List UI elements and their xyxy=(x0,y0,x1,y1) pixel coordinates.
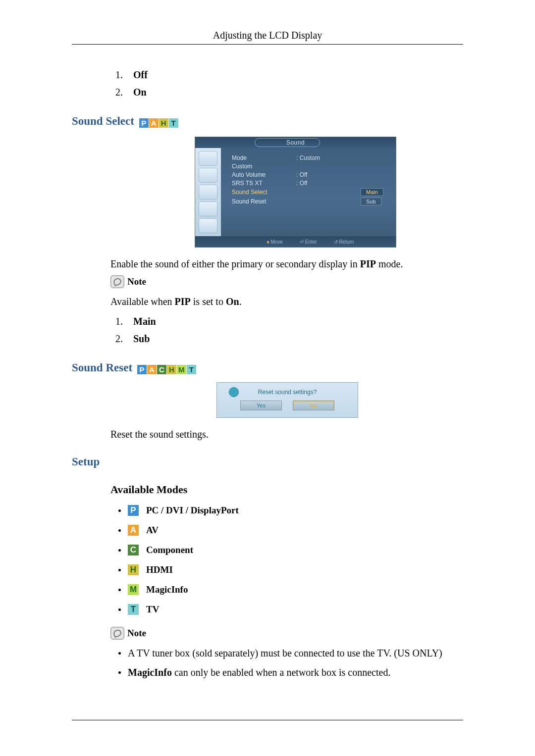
osd-row: Mode: Custom xyxy=(232,154,388,161)
heading-text: Sound Select xyxy=(72,115,134,127)
osd-footer-move: ♦ Move xyxy=(267,239,283,245)
mode-h-icon: H xyxy=(128,564,139,575)
bullet-icon xyxy=(118,509,121,512)
sound-reset-desc: Reset the sound settings. xyxy=(110,428,463,441)
mode-label: MagicInfo xyxy=(146,584,188,595)
text: mode. xyxy=(376,258,403,269)
info-icon xyxy=(229,387,239,397)
note-item: A TV tuner box (sold separately) must be… xyxy=(118,648,463,659)
list-item: Main xyxy=(125,316,463,327)
dialog-yes-button: Yes xyxy=(240,401,282,410)
bullet-icon xyxy=(118,608,121,611)
bullet-icon xyxy=(118,652,121,655)
mode-a-icon: A xyxy=(149,118,159,128)
text: Enable the sound of either the primary o… xyxy=(110,258,360,269)
heading-sound-reset: Sound Reset PACHMT xyxy=(72,361,463,374)
sound-select-options: Main Sub xyxy=(125,316,463,345)
osd-value: : Custom xyxy=(296,154,320,161)
mode-m-icon: M xyxy=(177,365,186,374)
heading-sound-select: Sound Select PAHT xyxy=(72,115,463,128)
mode-label: AV xyxy=(146,525,159,536)
mode-item-tv: TTV xyxy=(118,604,463,615)
mode-p-icon: P xyxy=(128,505,139,516)
page-header: Adjusting the LCD Display xyxy=(72,30,463,45)
osd-key: Auto Volume xyxy=(232,171,296,178)
osd-key: SRS TS XT xyxy=(232,180,296,187)
text-bold: On xyxy=(226,296,239,307)
osd-row: Custom xyxy=(232,163,388,170)
mode-label: HDMI xyxy=(146,564,173,575)
bullet-icon xyxy=(118,549,121,552)
osd-footer-move-text: Move xyxy=(270,239,282,245)
osd-nav-icon xyxy=(199,168,217,183)
osd-footer-return-text: Return xyxy=(339,239,354,245)
mode-label: Component xyxy=(146,545,193,555)
option-main: Main xyxy=(133,316,156,327)
osd-key: Sound Select xyxy=(232,189,296,196)
mode-t-icon: T xyxy=(128,604,139,615)
onoff-list: Off On xyxy=(125,69,463,98)
mode-label: PC / DVI / DisplayPort xyxy=(146,505,239,516)
list-item: Off xyxy=(125,69,463,81)
mode-h-icon: H xyxy=(167,365,176,374)
note-icon xyxy=(110,275,124,288)
osd-nav-icon xyxy=(199,218,217,233)
mode-t-icon: T xyxy=(187,365,196,374)
mode-item-pc: PPC / DVI / DisplayPort xyxy=(118,505,463,516)
mode-item-magicinfo: MMagicInfo xyxy=(118,584,463,595)
osd-row: Auto Volume: Off xyxy=(232,171,388,178)
bullet-icon xyxy=(118,569,121,571)
heading-text: Sound Reset xyxy=(72,361,132,374)
available-modes-list: PPC / DVI / DisplayPort AAV CComponent H… xyxy=(118,505,463,615)
osd-row: Sound Reset Sub xyxy=(232,198,388,205)
mode-item-hdmi: HHDMI xyxy=(118,564,463,575)
osd-key: Sound Reset xyxy=(232,198,296,205)
note-item: MagicInfo can only be enabled when a net… xyxy=(118,667,463,678)
text: is set to xyxy=(191,296,226,307)
onoff-off: Off xyxy=(133,69,148,80)
mode-item-component: CComponent xyxy=(118,545,463,555)
bullet-icon xyxy=(118,671,121,674)
osd-key: Custom xyxy=(232,163,296,170)
note: Note xyxy=(110,627,463,640)
note-text: MagicInfo can only be enabled when a net… xyxy=(128,667,390,678)
osd-value: : Off xyxy=(296,171,307,178)
note-label: Note xyxy=(127,276,146,287)
osd-sidenav xyxy=(195,148,221,236)
note: Note xyxy=(110,275,463,288)
onoff-on: On xyxy=(133,87,147,98)
bullet-icon xyxy=(118,589,121,591)
mode-c-icon: C xyxy=(157,365,166,374)
osd-suboption-sub: Sub xyxy=(361,198,381,205)
note-text: A TV tuner box (sold separately) must be… xyxy=(128,648,442,659)
bullet-icon xyxy=(118,529,121,532)
osd-key: Mode xyxy=(232,154,296,161)
osd-row: SRS TS XT: Off xyxy=(232,180,388,187)
mode-t-icon: T xyxy=(169,118,178,128)
osd-nav-icon xyxy=(199,185,217,200)
text: Available when xyxy=(110,296,175,307)
option-sub: Sub xyxy=(133,333,150,344)
osd-title-text: Sound xyxy=(286,139,305,146)
osd-footer: ♦ Move ⏎ Enter ↺ Return xyxy=(195,236,396,247)
text: can only be enabled when a network box i… xyxy=(172,667,391,678)
text-bold: PIP xyxy=(360,258,376,269)
mode-item-av: AAV xyxy=(118,525,463,536)
mode-a-icon: A xyxy=(147,365,157,374)
dialog-no-button: No xyxy=(293,401,334,410)
mode-h-icon: H xyxy=(159,118,168,128)
mode-a-icon: A xyxy=(128,525,139,536)
osd-value: : Off xyxy=(296,180,307,187)
osd-suboption-main: Main xyxy=(361,188,383,196)
osd-footer-enter-text: Enter xyxy=(305,239,317,245)
osd-footer-enter: ⏎ Enter xyxy=(300,239,317,245)
osd-nav-icon xyxy=(199,151,217,166)
text-bold: MagicInfo xyxy=(128,667,172,678)
osd-footer-return: ↺ Return xyxy=(334,239,354,245)
osd-nav-icon xyxy=(199,202,217,216)
note-icon xyxy=(110,627,124,640)
text-bold: PIP xyxy=(175,296,191,307)
mode-label: TV xyxy=(146,604,159,615)
list-item: Sub xyxy=(125,333,463,345)
osd-reset-dialog: Reset sound settings? Yes No xyxy=(216,382,358,418)
